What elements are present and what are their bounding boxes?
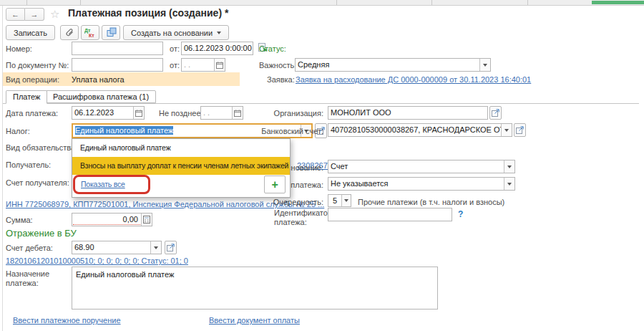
background-green-bar (592, 1, 644, 4)
kbk-link[interactable]: 18201061201010000510; 0; 0; 0; 0; 0; Ста… (6, 256, 188, 265)
add-new-button[interactable]: + (264, 176, 286, 193)
structure-button[interactable] (102, 25, 120, 40)
payment-date-input[interactable]: 06.12.2023 (72, 106, 145, 120)
from-date-label: от: (170, 44, 180, 53)
purpose-textarea[interactable]: Единый налоговый платеж (72, 267, 438, 310)
forward-button[interactable]: → (25, 8, 44, 21)
bank-account-label: Банковский счет: (243, 127, 323, 135)
bank-account-dropdown-button[interactable] (501, 124, 512, 136)
attach-button[interactable] (60, 25, 79, 40)
number-input[interactable] (72, 42, 163, 55)
column-divider (26, 0, 27, 5)
column-divider (336, 0, 337, 5)
request-link[interactable]: Заявка на расходование ДС 0000-000009 от… (296, 75, 531, 84)
basis-value: Счет (328, 160, 504, 173)
number-label: Номер: (6, 44, 32, 53)
amount-calculator-button[interactable] (141, 214, 152, 226)
organization-input[interactable]: МОНОЛИТ ООО (328, 106, 488, 120)
tab-payment[interactable]: Платеж (6, 90, 47, 104)
priority-dropdown-button[interactable] (341, 195, 351, 206)
tab-payment-details[interactable]: Расшифровка платежа (1) (46, 90, 156, 103)
payment-position-window: ← → ☆ Платежная позиция (создание) * Зап… (0, 0, 644, 331)
bank-account-value: 40702810530000038267, КРАСНОДАРСКОЕ ОТДЕ… (328, 124, 501, 136)
amount-input[interactable]: 0,00 (72, 213, 152, 226)
enter-payment-order-link[interactable]: Ввести платежное поручение (13, 316, 121, 325)
tax-selected-text: Единый налоговый платеж (75, 126, 173, 135)
favorite-star-icon[interactable]: ☆ (50, 8, 59, 21)
calendar-button[interactable] (214, 59, 225, 71)
importance-select[interactable]: Средняя (295, 58, 491, 72)
priority-spinner[interactable]: 5 (328, 194, 351, 207)
organization-label: Организация: (252, 109, 323, 117)
basis-dropdown-button[interactable] (504, 160, 514, 173)
chevron-down-icon (154, 246, 158, 249)
priority-label: Очередность: (265, 198, 323, 206)
open-icon (516, 126, 524, 134)
operation-label: Вид операции: (6, 75, 59, 84)
debit-account-label: Счет дебета: (6, 244, 53, 252)
organization-open-button[interactable] (489, 106, 502, 120)
payment-kind-value: Не указывается (328, 178, 504, 190)
debit-account-dropdown-button[interactable] (150, 241, 161, 254)
identifier-input[interactable] (328, 208, 452, 221)
accounting-section-title: Отражение в БУ (6, 228, 77, 239)
calculator-icon (143, 216, 150, 224)
dropdown-item-enp[interactable]: Единый налоговый платеж (72, 139, 290, 157)
purpose-label-line1: Назначение (6, 269, 49, 278)
create-based-on-label: Создать на основании (131, 29, 213, 37)
enter-payment-document-link[interactable]: Ввести документ оплаты (209, 316, 300, 325)
calendar-button[interactable] (133, 107, 144, 119)
paperclip-icon (65, 28, 74, 37)
chevron-down-icon (507, 183, 512, 186)
priority-value: 5 (328, 195, 341, 206)
dtkt-button[interactable]: Дт Кт (81, 25, 99, 40)
payment-kind-select[interactable]: Не указывается (328, 177, 515, 191)
structure-icon (106, 27, 117, 38)
create-based-on-button[interactable]: Создать на основании (123, 25, 229, 40)
identifier-label-line2: платежа: (274, 218, 307, 226)
by-document-label: По документу №: (6, 61, 69, 69)
document-date-value: . . (182, 59, 214, 71)
debit-account-open-button[interactable] (165, 241, 177, 254)
calendar-icon (135, 110, 142, 117)
request-label: Заявка: (267, 75, 295, 84)
document-date-input[interactable]: . . (181, 58, 225, 72)
chevron-down-icon (507, 166, 512, 168)
identifier-label: Идентификатор платежа: (274, 208, 332, 227)
chevron-down-icon (217, 32, 221, 34)
status-label: Статус: (259, 44, 286, 53)
amount-value: 0,00 (73, 214, 140, 225)
save-button[interactable]: Записать (6, 25, 55, 40)
back-button[interactable]: ← (6, 8, 25, 21)
open-icon (492, 109, 499, 117)
not-later-input[interactable]: . . (200, 106, 243, 120)
annotation-highlight-box (73, 175, 150, 194)
importance-dropdown-button[interactable] (479, 59, 490, 71)
nav-buttons: ← → (6, 8, 44, 21)
datetime-input[interactable]: 06.12.2023 0:00:00 (181, 42, 253, 55)
recipient-account-label: Счет получателя: (6, 178, 69, 187)
tax-dropdown-list: Единый налоговый платеж Взносы на выплат… (72, 138, 291, 198)
svg-text:Кт: Кт (89, 33, 94, 38)
tab-strip-border (3, 103, 639, 104)
by-document-input[interactable] (72, 58, 163, 72)
purpose-label-line2: платежа: (6, 279, 39, 287)
column-divider (80, 0, 81, 5)
debit-account-combo[interactable]: 68.90 (72, 241, 162, 254)
dropdown-item-pension-contributions[interactable]: Взносы на выплату доплат к пенсии членам… (72, 157, 290, 175)
importance-label: Важность: (259, 61, 296, 69)
payment-kind-dropdown-button[interactable] (504, 178, 514, 190)
payment-date-value: 06.12.2023 (72, 107, 133, 119)
not-later-label: Не позднее: (159, 109, 203, 117)
bank-account-open-button[interactable] (514, 123, 526, 137)
importance-value: Средняя (296, 59, 479, 71)
chevron-down-icon (344, 199, 348, 202)
tax-label: Налог: (6, 127, 30, 135)
open-icon (167, 244, 175, 251)
not-later-value: . . (201, 107, 232, 119)
calendar-button[interactable] (232, 107, 243, 119)
basis-select[interactable]: Счет (328, 160, 515, 173)
help-icon[interactable]: ? (458, 209, 463, 219)
bank-account-combo[interactable]: 40702810530000038267, КРАСНОДАРСКОЕ ОТДЕ… (328, 123, 512, 137)
forward-icon: → (31, 10, 39, 19)
